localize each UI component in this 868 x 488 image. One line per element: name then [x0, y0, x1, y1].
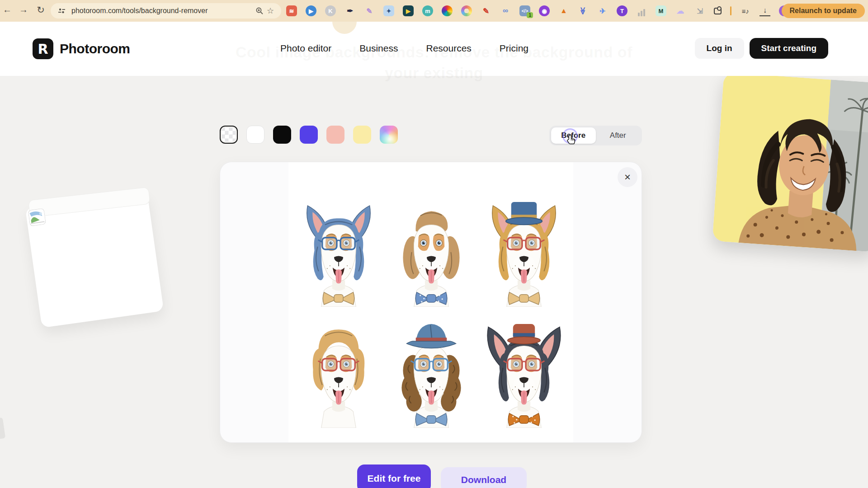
nav-business[interactable]: Business: [359, 43, 398, 54]
video-play-icon[interactable]: ▶: [306, 5, 316, 16]
eye-icon[interactable]: ◉: [539, 5, 550, 16]
image-preview-card: ×: [220, 162, 642, 443]
image-placeholder-icon: [28, 208, 46, 226]
site-header: Cool image backgrounds: remove the backg…: [0, 22, 868, 76]
separator: [730, 6, 731, 15]
ghost-icon[interactable]: ☁: [675, 5, 686, 16]
dog-updo-wig: [390, 201, 472, 307]
downloads-icon[interactable]: ↓: [760, 5, 770, 16]
brand-name: Photoroom: [60, 41, 130, 56]
refresh-icon[interactable]: ↻: [34, 5, 47, 15]
address-bar[interactable]: photoroom.com/tools/background-remover ☆: [51, 3, 281, 19]
ghost-heading-line2: your existing: [0, 64, 868, 82]
before-after-toggle: Before After: [549, 126, 642, 145]
zoom-page-icon[interactable]: [254, 7, 265, 15]
dog-bouffant: [297, 322, 380, 428]
photoroom-logo[interactable]: R Photoroom: [33, 38, 130, 59]
dog-hat: [507, 324, 540, 344]
swatch-transparent[interactable]: [220, 126, 238, 144]
dog-collie-hat: [483, 322, 565, 428]
m-circle-icon[interactable]: m: [422, 5, 433, 16]
metamask-fox-icon[interactable]: ▲: [558, 5, 569, 16]
uploaded-image: [288, 162, 573, 442]
dog-fedora-spaniel: [390, 322, 472, 428]
m-badge-icon[interactable]: M: [656, 5, 666, 16]
site-settings-icon[interactable]: [56, 7, 67, 14]
nav-pricing[interactable]: Pricing: [500, 43, 528, 54]
edit-for-free-button[interactable]: Edit for free: [357, 465, 431, 488]
swatch-white[interactable]: [246, 126, 264, 144]
swatch-black[interactable]: [273, 126, 291, 144]
url-text[interactable]: photoroom.com/tools/background-remover: [71, 7, 254, 15]
browser-toolbar: ← → ↻ photoroom.com/tools/background-rem…: [0, 0, 868, 22]
swatch-purple[interactable]: [300, 126, 318, 144]
dog-hat: [505, 202, 542, 225]
app-window: Cool image backgrounds: remove the backg…: [0, 0, 868, 488]
woman-photo-card: [712, 72, 868, 252]
swatch-salmon[interactable]: [326, 126, 344, 144]
feather-pen-icon[interactable]: ✎: [364, 5, 375, 16]
double-chevron-icon[interactable]: ≫: [578, 5, 589, 16]
link-icon[interactable]: ∞: [500, 5, 511, 16]
relaunch-to-update-button[interactable]: Relaunch to update: [782, 4, 865, 18]
background-color-swatches: [220, 126, 398, 144]
extension-badge: 1: [527, 12, 533, 18]
toggle-before[interactable]: Before: [551, 127, 596, 144]
dog-hat: [406, 324, 456, 348]
photoroom-logo-icon: R: [33, 38, 53, 59]
swatch-yellow[interactable]: [353, 126, 371, 144]
login-button[interactable]: Log in: [695, 38, 744, 59]
plane-icon[interactable]: ✈: [597, 5, 608, 16]
nav-photo-editor[interactable]: Photo editor: [280, 43, 331, 54]
play-square-icon[interactable]: ▶: [403, 5, 414, 16]
nav-resources[interactable]: Resources: [426, 43, 471, 54]
t-circle-icon[interactable]: T: [617, 5, 627, 16]
red-pencil-icon[interactable]: ✎: [481, 5, 491, 16]
eyedropper-icon[interactable]: ✒: [344, 5, 355, 16]
download-button[interactable]: Download: [441, 467, 527, 488]
edge-card-fragment: [0, 418, 5, 439]
back-icon[interactable]: ←: [1, 5, 14, 15]
fist-icon[interactable]: ✦: [383, 5, 394, 16]
main-nav: Photo editor Business Resources Pricing: [280, 43, 528, 54]
media-controls-icon[interactable]: ≡♪: [740, 5, 751, 16]
puzzle-icon[interactable]: [714, 8, 722, 14]
dog-golden-tophat: [483, 201, 565, 307]
woman-photo: [712, 72, 868, 252]
color-ring-icon[interactable]: [461, 5, 472, 16]
extensions-row: ≋▶K✒✎✦▶m✎∞</>1◉▲≫✈TM☁⇲≡♪↓p: [286, 5, 790, 16]
start-creating-button[interactable]: Start creating: [750, 38, 828, 59]
floating-blank-card: [25, 191, 164, 328]
dog-blue-wig: [297, 201, 380, 307]
bookmark-star-icon[interactable]: ☆: [265, 6, 276, 16]
dog-grid: [292, 186, 570, 428]
expand-icon[interactable]: ⇲: [694, 5, 705, 16]
todoist-icon[interactable]: ≋: [286, 5, 297, 16]
toggle-after[interactable]: After: [596, 127, 641, 144]
stats-bars-icon[interactable]: [636, 5, 647, 16]
close-preview-button[interactable]: ×: [618, 167, 637, 187]
swatch-gradient[interactable]: [380, 126, 398, 144]
k-circle-icon[interactable]: K: [325, 5, 336, 16]
header-actions: Log in Start creating: [695, 38, 828, 59]
code-extension-icon[interactable]: </>1: [519, 5, 530, 16]
color-wheel-icon[interactable]: [442, 5, 453, 16]
forward-icon[interactable]: →: [17, 5, 30, 15]
